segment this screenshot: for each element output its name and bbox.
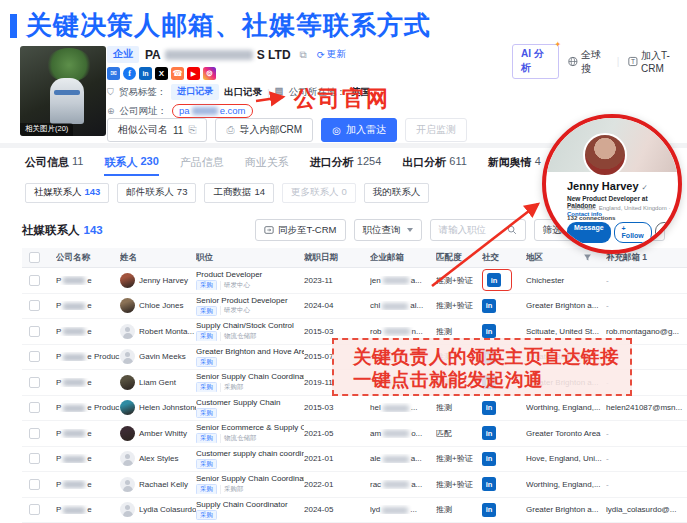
subtab-邮件联系人[interactable]: 邮件联系人73 (117, 183, 196, 203)
extra-email-cell: - (606, 454, 687, 463)
row-checkbox[interactable] (29, 351, 40, 362)
linkedin-icon[interactable]: in (482, 477, 496, 491)
page-header: 关键决策人邮箱、社媒等联系方式 (10, 8, 431, 43)
subtab-label: 更多联系人 (291, 186, 339, 197)
company-cell: Pe (56, 301, 120, 310)
email-icon[interactable]: ✉ (107, 67, 120, 80)
row-checkbox[interactable] (29, 453, 40, 464)
tab-count: 611 (449, 155, 467, 170)
tab-联系人[interactable]: 联系人230 (104, 155, 158, 174)
phone-icon[interactable]: ☎ (171, 67, 184, 80)
sync-tcrm-button[interactable]: 同步至T-CRM (255, 219, 346, 241)
title-cell: Product Developer采购研发中心 (196, 270, 304, 290)
contact-name[interactable]: Robert Monta... (139, 327, 194, 336)
youtube-icon[interactable]: ▶ (187, 67, 200, 80)
contact-name[interactable]: Amber Whitty (139, 429, 187, 438)
copy-icon[interactable]: ⧉ (300, 49, 307, 61)
linkedin-icon[interactable]: in (482, 401, 496, 415)
related-images-caption[interactable]: 相关图片(20) (20, 123, 73, 136)
extra-email-cell: - (606, 276, 687, 285)
email-prefix: lyd (370, 505, 380, 514)
row-checkbox[interactable] (29, 479, 40, 490)
row-checkbox[interactable] (29, 326, 40, 337)
tab-公司信息[interactable]: 公司信息11 (25, 155, 83, 174)
start-monitor-button[interactable]: 开启监测 (405, 118, 467, 142)
row-checkbox[interactable] (29, 377, 40, 388)
dept-tag: 采购 (196, 510, 217, 520)
join-tcrm-button[interactable]: T加入T-CRM (628, 49, 687, 74)
contact-name[interactable]: Liam Gent (139, 378, 176, 387)
global-search-button[interactable]: 全球搜 (568, 48, 607, 76)
row-checkbox-cell (22, 377, 56, 388)
ai-analysis-button[interactable]: AI 分析✦ (512, 44, 559, 79)
facebook-icon[interactable]: f (123, 67, 136, 80)
subtab-label: 社媒联系人 (34, 186, 82, 197)
linkedin-avatar[interactable] (583, 133, 627, 177)
table-row: PeRachael KellySenior Supply Chain Coord… (22, 472, 687, 498)
linkedin-icon[interactable]: in (482, 324, 496, 338)
subtab-我的联系人[interactable]: 我的联系人 (364, 183, 430, 203)
export-record-tag[interactable]: 出口记录 (224, 86, 262, 99)
update-button[interactable]: ⟳更新 (317, 48, 346, 61)
blurred-text (383, 481, 409, 488)
position-search-input[interactable]: 请输入职位 (430, 219, 526, 241)
linkedin-icon[interactable]: in (482, 452, 496, 466)
dept-tag: 采购 (196, 484, 217, 494)
row-checkbox[interactable] (29, 428, 40, 439)
linkedin-icon[interactable]: in (482, 426, 496, 440)
dept-tag: 采购 (196, 280, 217, 290)
contact-name[interactable]: Gavin Meeks (139, 352, 186, 361)
row-checkbox[interactable] (29, 402, 40, 413)
tab-出口分析[interactable]: 出口分析611 (402, 155, 467, 174)
row-checkbox[interactable] (29, 504, 40, 515)
row-checkbox[interactable] (29, 300, 40, 311)
job-title: Senior Supply Chain Coordinator (196, 372, 300, 382)
contact-name[interactable]: Chloe Jones (139, 301, 183, 310)
row-checkbox[interactable] (29, 275, 40, 286)
contact-name[interactable]: Alex Styles (139, 454, 179, 463)
avatar (120, 298, 135, 313)
linkedin-icon[interactable]: in (482, 503, 496, 517)
company-action-buttons: 相似公司名11⎘ ⎙导入内部CRM ◎加入雷达 开启监测 (107, 118, 467, 142)
similar-companies-button[interactable]: 相似公司名11⎘ (107, 118, 207, 142)
tab-商业关系[interactable]: 商业关系 (245, 155, 289, 174)
linkedin-icon[interactable]: in (139, 67, 152, 80)
linkedin-icon[interactable]: in (482, 299, 496, 313)
title-cell: Customer Supply Chain采购 (196, 398, 304, 418)
import-crm-button[interactable]: ⎙导入内部CRM (215, 118, 313, 142)
tab-进口分析[interactable]: 进口分析1254 (310, 155, 381, 174)
contact-name[interactable]: Lydia Colasurdo (139, 505, 196, 514)
blurred-text (63, 354, 85, 361)
contact-name[interactable]: Jenny Harvey (139, 276, 188, 285)
name-cell: Alex Styles (120, 451, 196, 466)
company-photo[interactable]: 相关图片(20) (20, 46, 106, 136)
job-tags: 采购研发中心 (196, 306, 300, 316)
subtab-更多联系人[interactable]: 更多联系人0 (282, 183, 356, 203)
select-all-checkbox[interactable] (29, 252, 40, 263)
refresh-icon: ⟳ (317, 49, 325, 60)
linkedin-icon[interactable]: in (487, 273, 501, 287)
match-cell: 推测+验证 (436, 300, 482, 311)
join-radar-button[interactable]: ◎加入雷达 (321, 118, 397, 142)
contact-name[interactable]: Helen Johnstone (139, 403, 196, 412)
row-checkbox-cell (22, 479, 56, 490)
instagram-icon[interactable]: ⊚ (203, 67, 216, 80)
company-suffix: e (87, 454, 91, 463)
subtab-社媒联系人[interactable]: 社媒联系人143 (25, 183, 109, 203)
filter-funnel-icon[interactable] (583, 253, 592, 262)
import-record-tag[interactable]: 进口记录 (171, 84, 219, 100)
company-website-link[interactable]: pae.com (172, 104, 252, 118)
tab-新闻舆情[interactable]: 新闻舆情4 (488, 155, 541, 174)
table-row: PeAmber WhittySenior Ecommerce & Supply … (22, 421, 687, 447)
globe-search-icon (568, 56, 578, 67)
message-button[interactable]: Message (567, 222, 611, 243)
follow-button[interactable]: + Follow (614, 222, 652, 243)
company-cell: Pe Produc... (56, 352, 120, 361)
tab-产品信息[interactable]: 产品信息 (180, 155, 224, 174)
contact-name[interactable]: Rachael Kelly (139, 480, 188, 489)
subtab-count: 0 (342, 186, 347, 197)
position-query-select[interactable]: 职位查询 (354, 219, 422, 241)
x-icon[interactable]: X (155, 67, 168, 80)
subtab-工商数据[interactable]: 工商数据14 (204, 183, 274, 203)
email-cell: raca... (370, 480, 436, 489)
